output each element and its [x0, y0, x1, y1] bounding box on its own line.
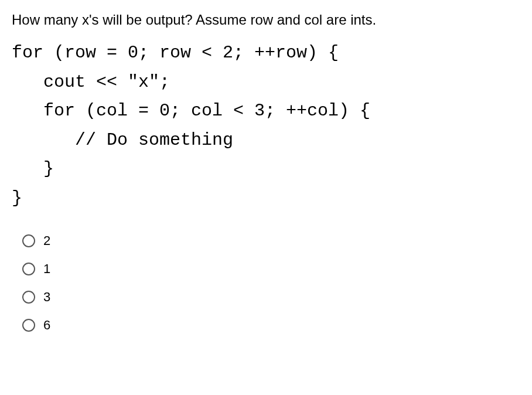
option-1[interactable]: 1 — [22, 261, 520, 277]
radio-icon[interactable] — [22, 234, 35, 247]
answer-options: 2 1 3 6 — [12, 233, 520, 333]
radio-icon[interactable] — [22, 319, 35, 332]
option-2[interactable]: 3 — [22, 290, 520, 305]
radio-icon[interactable] — [22, 263, 35, 275]
code-line: for (col = 0; col < 3; ++col) { — [12, 101, 370, 121]
code-line: } — [12, 159, 54, 179]
code-block: for (row = 0; row < 2; ++row) { cout << … — [12, 39, 520, 213]
code-line: } — [12, 188, 22, 208]
option-0[interactable]: 2 — [22, 233, 520, 248]
option-label: 3 — [43, 290, 50, 305]
option-3[interactable]: 6 — [22, 318, 520, 333]
code-line: cout << "x"; — [12, 72, 170, 92]
code-line: // Do something — [12, 130, 233, 150]
code-line: for (row = 0; row < 2; ++row) { — [12, 43, 339, 63]
option-label: 6 — [43, 318, 50, 333]
radio-icon[interactable] — [22, 291, 35, 304]
option-label: 2 — [43, 233, 50, 248]
question-prompt: How many x's will be output? Assume row … — [12, 12, 520, 28]
option-label: 1 — [43, 261, 50, 277]
